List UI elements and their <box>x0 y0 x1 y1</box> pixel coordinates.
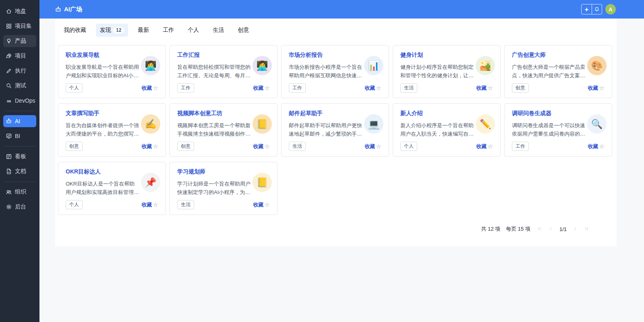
card-video-script[interactable]: 视频脚本创意工坊 视频脚本创意工房是一个帮助新手视频博主快速梳理视频创作思路，生… <box>170 103 277 157</box>
sidebar-item-org[interactable]: 组织 <box>3 186 36 198</box>
sidebar-item-label: 后台 <box>15 203 26 211</box>
add-button[interactable]: + <box>582 4 592 14</box>
notifications-button[interactable] <box>592 4 602 14</box>
tab-discover[interactable]: 发现 12 <box>96 24 128 37</box>
tab-creative[interactable]: 创意 <box>234 24 253 37</box>
star-icon: ☆ <box>599 143 605 150</box>
card-newcomer-intro[interactable]: 新人介绍 新人介绍小程序是一个旨在帮助用户在入职当天，快速编写自我介绍的... … <box>393 103 501 157</box>
card-emoji-icon: 📌 <box>141 173 160 192</box>
grid-icon <box>5 23 12 30</box>
star-icon: ☆ <box>599 85 605 92</box>
star-icon: ☆ <box>488 143 493 150</box>
favorite-button[interactable]: 收藏 ☆ <box>142 85 158 92</box>
sidebar-item-kanban[interactable]: 看板 <box>3 151 36 163</box>
card-market-analysis[interactable]: 市场分析报告 市场分析报告小程序是一个旨在帮助用户根据互联网信息快速生成市场..… <box>281 45 389 98</box>
tab-work[interactable]: 工作 <box>159 24 178 37</box>
category-tag: 生活 <box>289 142 306 151</box>
emoji-glyph: 👩‍💻 <box>145 61 157 70</box>
favorite-button[interactable]: 收藏 ☆ <box>365 85 381 92</box>
header-actions: + A <box>581 4 616 14</box>
sidebar-item-test[interactable]: 测试 <box>3 80 36 92</box>
favorite-label: 收藏 <box>588 143 598 150</box>
previous-page-icon[interactable] <box>549 227 553 231</box>
tab-label: 生活 <box>213 27 224 34</box>
plus-icon: + <box>585 6 589 13</box>
sidebar-item-product[interactable]: 产品 <box>3 35 36 47</box>
card-work-report[interactable]: 工作汇报 旨在帮助您轻松撰写和管理您的工作汇报。无论是每周、每月还是季度... … <box>170 45 277 98</box>
favorite-button[interactable]: 收藏 ☆ <box>253 143 270 150</box>
card-email-draft[interactable]: 邮件起草助手 邮件起草助手可以帮助用户更快速地起草邮件，减少繁琐的手动输入和..… <box>281 103 389 157</box>
sidebar-item-label: 执行 <box>15 67 26 74</box>
favorite-button[interactable]: 收藏 ☆ <box>588 143 605 150</box>
first-page-icon[interactable] <box>538 227 543 231</box>
rocket-icon <box>5 52 12 60</box>
category-tag: 工作 <box>289 83 306 93</box>
sidebar-item-home[interactable]: 地盘 <box>3 5 36 17</box>
sidebar-item-projects[interactable]: 项目集 <box>3 20 36 32</box>
last-page-icon[interactable] <box>584 227 588 231</box>
sidebar-item-ai[interactable]: AI <box>3 115 36 127</box>
card-ad-creative[interactable]: 广告创意大师 广告创意大师是一个根据产品卖点，快速为用户提供广告文案的AI小程.… <box>504 45 612 98</box>
star-icon: ☆ <box>265 85 270 92</box>
bi-icon <box>5 132 12 140</box>
star-icon: ☆ <box>153 143 158 150</box>
card-fitness-plan[interactable]: 健身计划 健身计划小程序旨在帮助您制定和管理个性化的健身计划，让您更轻松... … <box>393 45 501 98</box>
favorite-label: 收藏 <box>476 85 487 92</box>
favorite-button[interactable]: 收藏 ☆ <box>588 85 605 92</box>
emoji-glyph: 📊 <box>368 61 380 70</box>
star-icon: ☆ <box>376 143 381 150</box>
category-tag: 个人 <box>66 200 83 209</box>
star-icon: ☆ <box>265 201 270 208</box>
sidebar-item-label: 地盘 <box>15 8 26 15</box>
bell-icon <box>593 6 601 13</box>
tab-label: 我的收藏 <box>64 27 86 34</box>
favorite-button[interactable]: 收藏 ☆ <box>476 85 493 92</box>
card-emoji-icon: 📊 <box>364 56 383 75</box>
card-career-nav[interactable]: 职业发展导航 职业发展导航是一个旨在帮助用户规划和实现职业目标的AI小程序，为.… <box>58 45 166 98</box>
emoji-glyph: 🏜️ <box>480 61 491 70</box>
infinity-icon: ∞ <box>5 97 12 104</box>
sidebar-item-project[interactable]: 项目 <box>3 50 36 62</box>
tab-personal[interactable]: 个人 <box>184 24 203 37</box>
tab-favorites[interactable]: 我的收藏 <box>60 24 90 37</box>
card-article-writer[interactable]: 文章撰写助手 旨在为自媒体创作者提供一个强大而便捷的平台，助力您撰写优质的文..… <box>58 103 166 157</box>
category-tag: 个人 <box>400 142 417 151</box>
tab-life[interactable]: 生活 <box>209 24 228 37</box>
card-survey-generator[interactable]: 调研问卷生成器 调研问卷生成器是一个可以快速依据用户需要生成问卷内容的好帮手,.… <box>504 103 612 157</box>
robot-icon <box>54 6 62 13</box>
search-icon <box>5 82 12 89</box>
card-study-planner[interactable]: 学习规划师 学习计划师是一个旨在帮助用户快速制定学习的AI小程序，为用户提供..… <box>170 162 277 215</box>
tab-latest[interactable]: 最新 <box>134 24 153 37</box>
favorite-label: 收藏 <box>253 85 264 92</box>
card-okr-master[interactable]: OKR目标达人 OKR目标达人是一个旨在帮助用户规划和实现高效目标管理的AI小程… <box>58 162 166 215</box>
tab-bar: 我的收藏 发现 12 最新 工作 <box>55 19 617 37</box>
card-emoji-icon: ✍️ <box>141 114 160 134</box>
favorite-button[interactable]: 收藏 ☆ <box>476 143 493 150</box>
favorite-label: 收藏 <box>253 143 264 150</box>
sidebar-item-bi[interactable]: BI <box>3 130 36 142</box>
favorite-button[interactable]: 收藏 ☆ <box>365 143 381 150</box>
category-tag: 生活 <box>177 200 194 209</box>
sidebar-item-execute[interactable]: 执行 <box>3 65 36 77</box>
app-header: AI广场 + A <box>39 0 644 19</box>
favorite-button[interactable]: 收藏 ☆ <box>142 201 158 208</box>
card-emoji-icon: 👩‍💻 <box>141 56 160 75</box>
avatar[interactable]: A <box>605 4 616 14</box>
next-page-icon[interactable] <box>573 227 578 231</box>
card-emoji-icon: 🎨 <box>587 56 607 75</box>
favorite-button[interactable]: 收藏 ☆ <box>253 85 270 92</box>
favorite-button[interactable]: 收藏 ☆ <box>142 143 158 150</box>
star-icon: ☆ <box>153 201 158 208</box>
sidebar-item-admin[interactable]: 后台 <box>3 201 36 213</box>
star-icon: ☆ <box>376 85 381 92</box>
favorite-button[interactable]: 收藏 ☆ <box>253 201 270 208</box>
card-footer: 工作 收藏 ☆ <box>512 142 605 151</box>
gear-icon <box>5 203 12 211</box>
star-icon: ☆ <box>153 85 158 92</box>
sidebar-item-devops[interactable]: ∞ DevOps <box>3 95 36 107</box>
card-footer: 工作 收藏 ☆ <box>289 83 381 93</box>
sidebar-item-docs[interactable]: 文档 <box>3 165 36 178</box>
card-footer: 工作 收藏 ☆ <box>177 83 270 93</box>
card-footer: 生活 收藏 ☆ <box>289 142 381 151</box>
sidebar-item-label: BI <box>15 133 20 139</box>
